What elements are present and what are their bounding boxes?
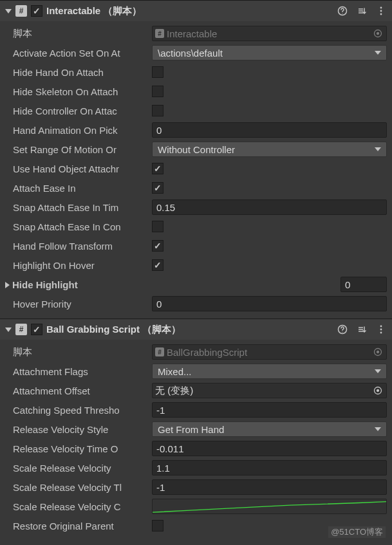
component-title: Ball Grabbing Script （脚本） xyxy=(46,324,181,336)
attach-ease-checkbox[interactable] xyxy=(152,182,163,194)
highlight-hover-checkbox[interactable] xyxy=(152,259,163,271)
hand-follow-label: Hand Follow Transform xyxy=(5,241,152,252)
object-picker-icon[interactable] xyxy=(372,29,384,38)
script-type-icon: # xyxy=(155,29,164,38)
component-header[interactable]: # Interactable （脚本） xyxy=(0,1,392,21)
restore-parent-label: Restore Original Parent xyxy=(5,521,152,531)
catch-speed-label: Catching Speed Thresho xyxy=(5,405,152,416)
menu-icon[interactable] xyxy=(375,5,387,17)
component-ball-grabbing: # Ball Grabbing Script （脚本） 脚本 # BallGra… xyxy=(0,319,392,540)
release-time-label: Release Velocity Time O xyxy=(5,443,152,454)
hand-follow-checkbox[interactable] xyxy=(152,240,163,252)
catch-speed-field[interactable]: -1 xyxy=(152,402,387,418)
scale-release-vel-label: Scale Release Velocity xyxy=(5,463,152,474)
script-label: 脚本 xyxy=(5,346,152,358)
range-motion-label: Set Range Of Motion Or xyxy=(5,144,152,155)
scale-release-vel-t-field[interactable]: -1 xyxy=(152,479,387,495)
object-picker-icon[interactable] xyxy=(372,386,384,395)
script-value: BallGrabbingScript xyxy=(167,347,372,358)
svg-point-11 xyxy=(380,332,382,334)
hover-priority-label: Hover Priority xyxy=(5,299,152,309)
hide-controller-checkbox[interactable] xyxy=(152,105,163,116)
svg-point-9 xyxy=(380,326,382,328)
range-motion-dropdown[interactable]: Without Controller xyxy=(152,142,387,157)
hide-highlight-size-field[interactable]: 0 xyxy=(341,277,387,292)
snap-time-label: Snap Attach Ease In Tim xyxy=(5,202,152,213)
foldout-toggle-icon[interactable] xyxy=(5,328,12,332)
svg-point-2 xyxy=(380,7,382,9)
attachment-flags-dropdown[interactable]: Mixed... xyxy=(152,364,387,379)
script-icon: # xyxy=(15,5,27,17)
svg-point-6 xyxy=(377,33,379,35)
watermark: @51CTO博客 xyxy=(328,526,386,538)
hide-hand-checkbox[interactable] xyxy=(152,66,163,78)
foldout-toggle-icon[interactable] xyxy=(5,9,12,14)
activate-action-label: Activate Action Set On At xyxy=(5,48,152,59)
script-field[interactable]: # BallGrabbingScript xyxy=(152,344,387,360)
attachment-offset-field[interactable]: 无 (变换) xyxy=(152,383,387,398)
release-style-dropdown[interactable]: Get From Hand xyxy=(152,421,387,437)
script-value: Interactable xyxy=(167,28,372,39)
scale-release-vel-field[interactable]: 1.1 xyxy=(152,460,387,476)
snap-con-label: Snap Attach Ease In Con xyxy=(5,221,152,232)
hide-skeleton-label: Hide Skeleton On Attach xyxy=(5,86,152,97)
component-interactable: # Interactable （脚本） 脚本 # Interactable xyxy=(0,0,392,319)
svg-point-8 xyxy=(342,331,342,332)
scale-release-vel-c-label: Scale Release Velocity C xyxy=(5,501,152,512)
hand-anim-label: Hand Animation On Pick xyxy=(5,125,152,136)
hide-skeleton-checkbox[interactable] xyxy=(152,86,163,97)
attach-ease-label: Attach Ease In xyxy=(5,183,152,194)
component-enable-checkbox[interactable] xyxy=(31,5,42,17)
snap-time-field[interactable]: 0.15 xyxy=(152,199,387,215)
svg-point-15 xyxy=(377,390,379,392)
activate-action-dropdown[interactable]: \actions\default xyxy=(152,45,387,60)
snap-con-checkbox[interactable] xyxy=(152,221,163,232)
attachment-flags-label: Attachment Flags xyxy=(5,366,152,377)
scale-release-vel-t-label: Scale Release Velocity Tl xyxy=(5,482,152,493)
preset-icon[interactable] xyxy=(356,5,368,17)
highlight-hover-label: Highlight On Hover xyxy=(5,260,152,271)
svg-point-13 xyxy=(377,351,379,353)
script-field[interactable]: # Interactable xyxy=(152,26,387,41)
menu-icon[interactable] xyxy=(375,324,387,335)
hide-hand-label: Hide Hand On Attach xyxy=(5,67,152,78)
component-enable-checkbox[interactable] xyxy=(31,324,42,335)
preset-icon[interactable] xyxy=(356,324,368,335)
svg-point-10 xyxy=(380,329,382,331)
use-hand-obj-checkbox[interactable] xyxy=(152,163,163,174)
svg-point-1 xyxy=(342,13,342,14)
hover-priority-field[interactable]: 0 xyxy=(152,296,387,311)
script-icon: # xyxy=(15,324,27,335)
attachment-offset-label: Attachment Offset xyxy=(5,385,152,396)
release-time-field[interactable]: -0.011 xyxy=(152,441,387,456)
script-type-icon: # xyxy=(155,347,164,356)
restore-parent-checkbox[interactable] xyxy=(152,520,163,531)
chevron-down-icon xyxy=(375,51,381,55)
chevron-down-icon xyxy=(375,369,381,373)
chevron-down-icon xyxy=(375,427,381,431)
hide-highlight-label[interactable]: Hide Highlight xyxy=(5,279,152,290)
svg-point-4 xyxy=(380,14,382,15)
chevron-down-icon xyxy=(375,147,381,151)
object-picker-icon[interactable] xyxy=(372,347,384,356)
hand-anim-field[interactable]: 0 xyxy=(152,122,387,138)
component-header[interactable]: # Ball Grabbing Script （脚本） xyxy=(0,319,392,340)
release-style-label: Release Velocity Style xyxy=(5,424,152,435)
help-icon[interactable] xyxy=(337,324,348,335)
scale-release-vel-curve[interactable] xyxy=(152,499,387,514)
hide-controller-label: Hide Controller On Attac xyxy=(5,106,152,116)
array-foldout-icon[interactable] xyxy=(5,282,10,288)
svg-point-3 xyxy=(380,10,382,12)
script-label: 脚本 xyxy=(5,28,152,40)
use-hand-obj-label: Use Hand Object Attachr xyxy=(5,163,152,174)
help-icon[interactable] xyxy=(337,5,348,17)
component-title: Interactable （脚本） xyxy=(46,5,142,17)
